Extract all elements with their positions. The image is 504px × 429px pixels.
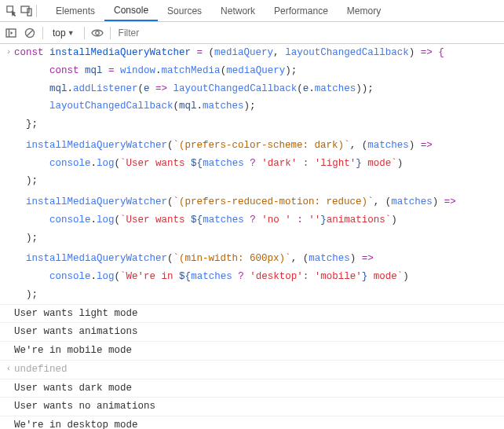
code-line: }; [14, 117, 504, 132]
code-line: mql.addListener(e => layoutChangedCallba… [14, 82, 504, 97]
log-line: User wants no animations [0, 398, 504, 416]
code-line: ); [14, 231, 504, 246]
svg-line-6 [27, 30, 33, 36]
live-expression-icon[interactable] [91, 27, 104, 39]
divider [110, 27, 111, 39]
tab-console[interactable]: Console [104, 0, 158, 21]
filter-input[interactable] [117, 26, 499, 40]
log-line: User wants light mode [0, 305, 504, 324]
return-line: ›undefined [0, 361, 504, 380]
toggle-drawer-icon[interactable] [5, 27, 17, 39]
code-line: layoutChangedCallback(mql.matches); [14, 99, 504, 114]
device-toggle-icon[interactable] [20, 5, 33, 17]
divider [42, 27, 43, 39]
output-marker-icon: › [3, 362, 14, 376]
log-line: User wants dark mode [0, 380, 504, 398]
input-marker-icon: › [3, 46, 14, 60]
console-toolbar: top ▼ [0, 22, 504, 44]
clear-console-icon[interactable] [24, 27, 36, 39]
tab-performance[interactable]: Performance [265, 0, 338, 21]
tabs: Elements Console Sources Network Perform… [46, 0, 390, 21]
code-line: const mql = window.matchMedia(mediaQuery… [14, 64, 504, 79]
code-line: installMediaQueryWatcher(`(prefers-reduc… [14, 195, 504, 210]
chevron-down-icon: ▼ [68, 29, 75, 37]
code-line: ); [14, 288, 504, 302]
code-line: installMediaQueryWatcher(`(prefers-color… [14, 138, 504, 153]
code-line: installMediaQueryWatcher(`(min-width: 60… [14, 251, 504, 266]
console-input: › const installMediaQueryWatcher = (medi… [0, 44, 504, 62]
log-line: User wants animations [0, 323, 504, 342]
code-line: const installMediaQueryWatcher = (mediaQ… [14, 46, 504, 60]
tab-sources[interactable]: Sources [158, 0, 211, 21]
code-line: console.log(`We're in ${matches ? 'deskt… [14, 270, 504, 284]
console-body: › const installMediaQueryWatcher = (medi… [0, 44, 504, 429]
svg-point-7 [95, 31, 99, 35]
tab-elements[interactable]: Elements [46, 0, 104, 21]
context-selector[interactable]: top ▼ [49, 26, 78, 40]
log-line: We're in mobile mode [0, 342, 504, 361]
tab-network[interactable]: Network [211, 0, 265, 21]
code-line: ); [14, 174, 504, 189]
code-line: console.log(`User wants ${matches ? 'no … [14, 213, 504, 228]
log-line: We're in desktop mode [0, 416, 504, 429]
inspect-icon[interactable] [5, 5, 17, 17]
context-label: top [53, 28, 66, 38]
tab-memory[interactable]: Memory [338, 0, 390, 21]
divider [36, 5, 37, 17]
divider [84, 27, 85, 39]
tab-bar: Elements Console Sources Network Perform… [0, 0, 504, 22]
code-line: console.log(`User wants ${matches ? 'dar… [14, 156, 504, 171]
